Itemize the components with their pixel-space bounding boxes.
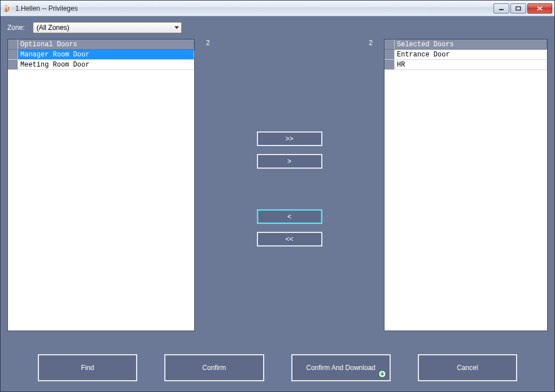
zone-label: Zone:: [7, 24, 25, 32]
optional-count: 2: [206, 39, 210, 47]
selected-doors-list[interactable]: Selected Doors Entrance DoorHR: [384, 39, 548, 331]
svg-point-0: [5, 5, 8, 7]
confirm-button[interactable]: Confirm: [164, 354, 264, 381]
selected-count: 2: [369, 39, 373, 47]
svg-rect-3: [516, 7, 521, 10]
zone-value: (All Zones): [37, 24, 69, 32]
find-button[interactable]: Find: [38, 354, 137, 381]
list-item-label: Meeting Room Door: [18, 61, 194, 69]
list-item-label: HR: [395, 61, 547, 69]
transfer-buttons: >> > < <<: [257, 131, 322, 246]
maximize-button[interactable]: [510, 3, 526, 14]
list-item[interactable]: Entrance Door: [384, 50, 547, 60]
list-item[interactable]: Manager Room Door: [8, 50, 194, 60]
selected-doors-header-label: Selected Doors: [395, 41, 547, 49]
client-area: Zone: (All Zones) Optional Doors Manager…: [1, 16, 554, 391]
add-all-button[interactable]: >>: [257, 131, 322, 146]
chevron-down-icon: [174, 27, 179, 29]
window-title: 1.Hellen -- Privileges: [15, 5, 493, 12]
svg-rect-2: [499, 9, 504, 10]
bottom-buttons: Find Confirm Confirm And Download Cancel: [7, 354, 548, 385]
list-item[interactable]: HR: [384, 60, 547, 70]
list-item-label: Manager Room Door: [18, 51, 194, 59]
optional-doors-header-label: Optional Doors: [18, 41, 194, 49]
svg-rect-1: [8, 7, 9, 11]
add-one-button[interactable]: >: [257, 154, 322, 169]
window-controls: [493, 3, 552, 14]
zone-row: Zone: (All Zones): [7, 22, 548, 33]
confirm-download-label: Confirm And Download: [306, 364, 375, 372]
download-icon: [378, 370, 386, 378]
titlebar: 1.Hellen -- Privileges: [1, 1, 554, 16]
remove-all-button[interactable]: <<: [257, 232, 322, 246]
center-column: 2 2 >> > < <<: [195, 39, 384, 346]
remove-one-button[interactable]: <: [257, 209, 322, 224]
lists-area: Optional Doors Manager Room DoorMeeting …: [7, 39, 548, 346]
optional-doors-list[interactable]: Optional Doors Manager Room DoorMeeting …: [7, 39, 195, 331]
confirm-download-button[interactable]: Confirm And Download: [291, 354, 391, 381]
minimize-button[interactable]: [493, 3, 509, 14]
zone-combobox[interactable]: (All Zones): [33, 22, 182, 33]
app-icon: [3, 4, 12, 13]
list-item[interactable]: Meeting Room Door: [8, 60, 194, 70]
cancel-button[interactable]: Cancel: [418, 354, 517, 381]
selected-doors-header: Selected Doors: [384, 39, 547, 50]
list-item-label: Entrance Door: [395, 51, 547, 59]
close-button[interactable]: [527, 3, 552, 14]
optional-doors-header: Optional Doors: [8, 39, 194, 50]
privileges-window: 1.Hellen -- Privileges Zone: (All Zones): [0, 0, 555, 392]
